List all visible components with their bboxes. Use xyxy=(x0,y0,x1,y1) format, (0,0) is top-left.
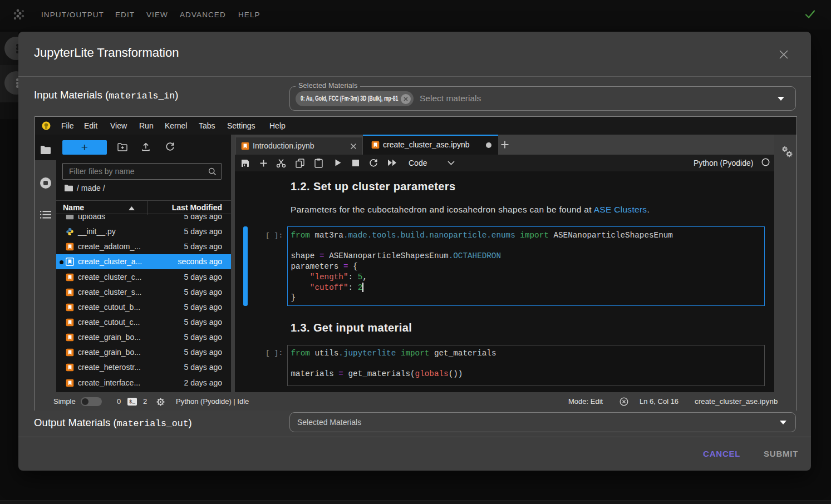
svg-text:$_: $_ xyxy=(129,399,135,405)
